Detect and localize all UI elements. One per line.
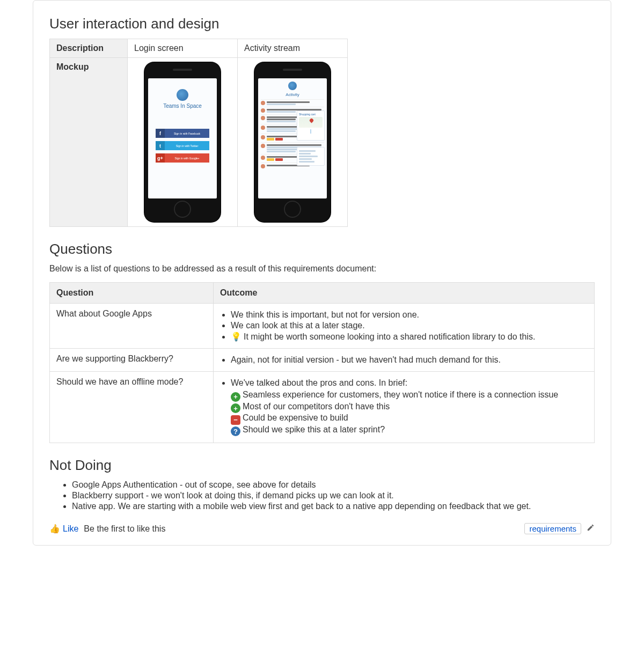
question-item: ?Should we spike this at a later sprint? (231, 425, 588, 437)
page-footer: 👍 Like Be the first to like this require… (49, 523, 595, 534)
questions-intro: Below is a list of questions to be addre… (49, 264, 595, 274)
question-icon: ? (231, 426, 240, 436)
table-row: Should we have an offline mode? We've ta… (50, 372, 595, 443)
mockup-login-cell: Teams In Space fSign in with Facebook tS… (128, 58, 238, 227)
list-item: We've talked about the pros and cons. In… (231, 378, 588, 436)
questions-header-outcome: Outcome (214, 283, 595, 304)
facebook-signin-button: fSign in with Facebook (156, 129, 209, 138)
list-item: Google Apps Authentication - out of scop… (72, 480, 595, 490)
phone-frame-activity: Activity Shopping cart (254, 62, 331, 222)
google-signin-button: g+Sign in with Google+ (156, 153, 209, 163)
list-item: Native app. We are starting with a mobil… (72, 502, 595, 511)
not-doing-list: Google Apps Authentication - out of scop… (49, 480, 595, 511)
app-logo-icon (177, 89, 188, 101)
mock-row-label-mockup: Mockup (50, 58, 128, 227)
map-pin-icon (309, 118, 314, 123)
plus-icon: + (231, 392, 240, 402)
con-item: −Could be expensive to build (231, 413, 588, 425)
activity-title: Activity (286, 92, 299, 97)
question-cell: Are we supporting Blackberry? (50, 349, 214, 372)
mock-col-login-label: Login screen (128, 39, 238, 58)
app-logo-icon (288, 82, 297, 90)
section-heading-not-doing: Not Doing (49, 457, 595, 474)
pro-item: +Most of our competitors don't have this (231, 402, 588, 414)
list-item: We can look at this at a later stage. (231, 321, 588, 330)
section-heading-questions: Questions (49, 241, 595, 257)
activity-screen: Activity Shopping cart (258, 78, 327, 198)
like-status: Be the first to like this (84, 524, 165, 534)
login-screen: Teams In Space fSign in with Facebook tS… (148, 78, 217, 198)
table-row: What about Google Apps We think this is … (50, 304, 595, 349)
lightbulb-icon: 💡 (231, 332, 241, 341)
thumbs-up-icon: 👍 (49, 524, 60, 534)
activity-comments-card (297, 147, 325, 166)
mock-col-activity-label: Activity stream (238, 39, 348, 58)
mock-row-label-description: Description (50, 39, 128, 58)
document-page: User interaction and design Description … (33, 0, 611, 546)
app-brand-text: Teams In Space (163, 103, 202, 109)
questions-table: Question Outcome What about Google Apps … (49, 282, 595, 443)
pencil-icon (587, 524, 595, 532)
outcome-cell: We think this is important, but not for … (214, 304, 595, 349)
question-cell: What about Google Apps (50, 304, 214, 349)
question-cell: Should we have an offline mode? (50, 372, 214, 443)
activity-map-card: Shopping cart (297, 111, 325, 141)
plus-icon: + (231, 403, 240, 413)
twitter-signin-button: tSign in with Twitter (156, 141, 209, 150)
table-row: Are we supporting Blackberry? Again, not… (50, 349, 595, 372)
edit-labels-button[interactable] (587, 524, 595, 534)
section-heading-design: User interaction and design (49, 16, 595, 32)
list-item: 💡It might be worth someone looking into … (231, 332, 588, 342)
outcome-cell: Again, not for initial version - but we … (214, 349, 595, 372)
mockup-activity-cell: Activity Shopping cart (238, 58, 348, 227)
minus-icon: − (231, 415, 240, 425)
list-item: Again, not for initial version - but we … (231, 355, 588, 365)
outcome-cell: We've talked about the pros and cons. In… (214, 372, 595, 443)
label-tag[interactable]: requirements (524, 523, 581, 534)
phone-frame-login: Teams In Space fSign in with Facebook tS… (144, 62, 221, 222)
like-button[interactable]: 👍 Like (49, 524, 78, 534)
list-item: Blackberry support - we won't look at do… (72, 491, 595, 500)
list-item: We think this is important, but not for … (231, 310, 588, 320)
pro-item: +Seamless experience for customers, they… (231, 390, 588, 402)
mockup-table: Description Login screen Activity stream… (49, 39, 348, 227)
questions-header-question: Question (50, 283, 214, 304)
